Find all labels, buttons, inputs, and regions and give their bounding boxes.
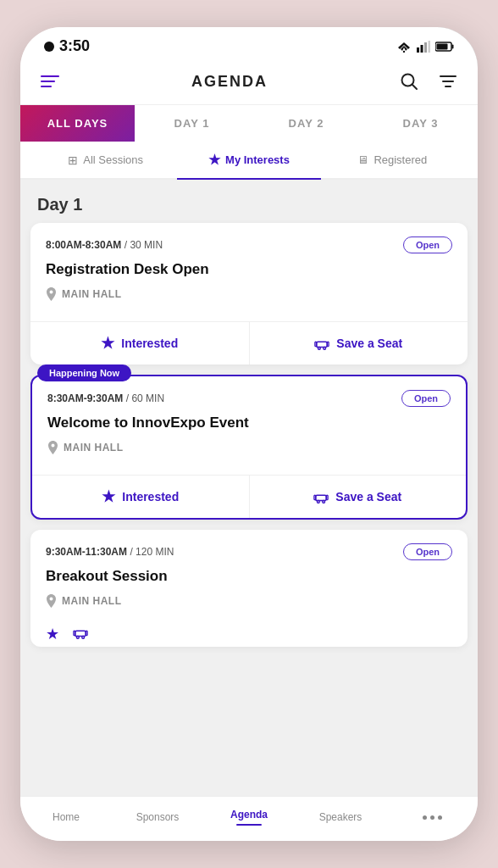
svg-rect-22 [323, 501, 325, 504]
registered-icon: 🖥 [357, 153, 368, 166]
svg-rect-17 [324, 348, 326, 350]
interested-label-1: Interested [121, 337, 178, 350]
location-text-3: MAIN HALL [62, 595, 122, 607]
session-actions-2: ★ Interested Save a Seat [32, 475, 466, 518]
seat-icon-2 [313, 489, 329, 504]
search-icon [400, 72, 418, 91]
svg-rect-4 [421, 45, 423, 53]
bottom-nav: Home Sponsors Agenda Speakers [20, 796, 478, 841]
header-title: AGENDA [191, 73, 268, 91]
open-badge-3[interactable]: Open [403, 543, 452, 560]
svg-rect-27 [82, 637, 85, 639]
svg-rect-9 [437, 43, 448, 49]
phone-frame: 3:50 [20, 27, 478, 841]
session-time-1: 8:00AM-8:30AM / 30 MIN [46, 239, 163, 251]
nav-sponsors[interactable]: Sponsors [112, 805, 203, 829]
header-action-icons [396, 69, 461, 94]
session-card-body-1: 8:00AM-8:30AM / 30 MIN Open Registration… [30, 223, 468, 311]
session-time-2: 8:30AM-9:30AM / 60 MIN [47, 392, 164, 404]
app-header: AGENDA [20, 62, 478, 105]
search-button[interactable] [396, 69, 422, 94]
svg-rect-16 [318, 348, 321, 350]
session-actions-partial-3: ★ [30, 618, 468, 647]
svg-rect-6 [429, 41, 431, 53]
filter-icon [439, 72, 457, 91]
tab-day2[interactable]: DAY 2 [249, 105, 363, 142]
session-meta-2: 8:30AM-9:30AM / 60 MIN Open [47, 390, 451, 407]
nav-speakers[interactable]: Speakers [295, 805, 386, 829]
status-bar: 3:50 [20, 27, 478, 62]
svg-point-2 [403, 50, 405, 52]
svg-rect-20 [316, 495, 327, 500]
interested-label-2: Interested [122, 490, 179, 504]
session-location-3: MAIN HALL [46, 594, 452, 608]
tab-day1[interactable]: DAY 1 [135, 105, 249, 142]
star-icon-2: ★ [102, 487, 115, 506]
save-seat-label-2: Save a Seat [335, 490, 401, 504]
happening-now-badge: Happening Now [37, 364, 131, 381]
registered-label: Registered [374, 153, 427, 166]
filter-all-sessions[interactable]: ⊞ All Sessions [34, 142, 177, 178]
status-icons [396, 41, 454, 53]
session-actions-1: ★ Interested Save a Seat [30, 321, 468, 364]
signal-icon [417, 41, 430, 53]
star-icon-1: ★ [101, 334, 114, 353]
main-content: Day 1 8:00AM-8:30AM / 30 MIN Open Regist… [20, 180, 478, 796]
svg-rect-24 [327, 495, 329, 499]
session-location-2: MAIN HALL [47, 441, 451, 454]
svg-rect-3 [417, 47, 419, 53]
save-seat-button-2[interactable]: Save a Seat [249, 476, 467, 518]
filter-tabs: ⊞ All Sessions ★ My Interests 🖥 Register… [20, 142, 478, 180]
save-seat-button-1[interactable]: Save a Seat [249, 322, 468, 364]
save-seat-label-1: Save a Seat [336, 337, 402, 350]
svg-rect-23 [314, 495, 316, 499]
filter-my-interests[interactable]: ★ My Interests [177, 142, 320, 178]
session-card-1: 8:00AM-8:30AM / 30 MIN Open Registration… [30, 223, 468, 364]
location-text-2: MAIN HALL [64, 442, 124, 453]
menu-button[interactable] [37, 72, 63, 91]
hamburger-icon [41, 75, 59, 87]
location-icon-1 [46, 287, 57, 301]
location-text-1: MAIN HALL [62, 288, 122, 300]
star-icon-3: ★ [46, 625, 59, 643]
filter-registered[interactable]: 🖥 Registered [321, 142, 464, 178]
location-icon-2 [47, 441, 58, 454]
svg-rect-29 [86, 631, 87, 635]
day-label: Day 1 [20, 180, 478, 223]
session-title-1: Registration Desk Open [46, 260, 452, 279]
nav-more[interactable] [386, 805, 478, 829]
interested-button-2[interactable]: ★ Interested [32, 476, 249, 518]
svg-rect-15 [317, 342, 328, 347]
nav-home[interactable]: Home [20, 805, 112, 829]
session-meta-1: 8:00AM-8:30AM / 30 MIN Open [46, 236, 452, 253]
svg-rect-28 [74, 631, 75, 635]
svg-rect-5 [424, 42, 427, 53]
day-tabs: ALL DAYS DAY 1 DAY 2 DAY 3 [20, 105, 478, 142]
status-time: 3:50 [44, 37, 90, 55]
session-card-body-3: 9:30AM-11:30AM / 120 MIN Open Breakout S… [30, 530, 468, 618]
open-badge-1[interactable]: Open [403, 236, 452, 253]
seat-icon-1 [314, 336, 329, 351]
tab-day3[interactable]: DAY 3 [363, 105, 478, 142]
svg-rect-26 [77, 637, 80, 639]
nav-agenda[interactable]: Agenda [203, 805, 295, 829]
open-badge-2[interactable]: Open [401, 390, 451, 407]
happening-now-wrapper: Happening Now 8:30AM-9:30AM / 60 MIN Ope… [20, 375, 478, 520]
phone-content: 3:50 [20, 27, 478, 841]
svg-rect-18 [315, 342, 317, 346]
interested-button-1[interactable]: ★ Interested [30, 322, 249, 364]
seat-icon-3 [73, 625, 88, 640]
tab-all-days[interactable]: ALL DAYS [20, 105, 135, 142]
my-interests-label: My Interests [225, 153, 290, 166]
session-meta-3: 9:30AM-11:30AM / 120 MIN Open [46, 543, 452, 560]
session-card-body-2: 8:30AM-9:30AM / 60 MIN Open Welcome to I… [32, 376, 466, 465]
session-title-3: Breakout Session [46, 567, 452, 586]
svg-rect-21 [318, 501, 320, 504]
svg-rect-25 [75, 631, 86, 636]
filter-button[interactable] [435, 69, 461, 94]
svg-rect-19 [328, 342, 329, 346]
more-dots-icon [423, 815, 442, 820]
svg-line-11 [412, 85, 417, 90]
session-location-1: MAIN HALL [46, 287, 452, 301]
wifi-icon [396, 41, 412, 53]
